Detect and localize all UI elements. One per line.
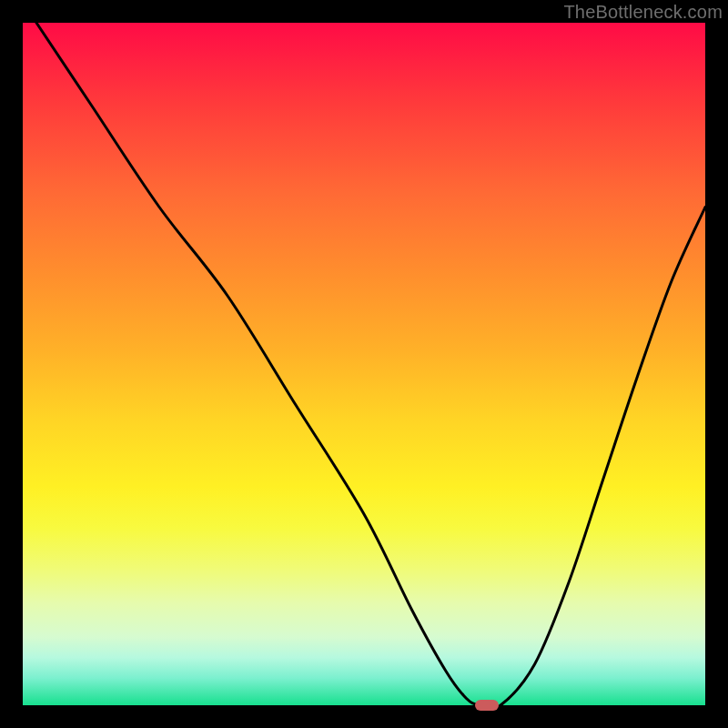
watermark-text: TheBottleneck.com bbox=[563, 2, 723, 23]
min-marker bbox=[475, 700, 499, 711]
curve-svg bbox=[23, 23, 705, 705]
chart-container: TheBottleneck.com bbox=[0, 0, 728, 728]
plot-area bbox=[23, 23, 705, 705]
curve-path bbox=[36, 23, 705, 705]
